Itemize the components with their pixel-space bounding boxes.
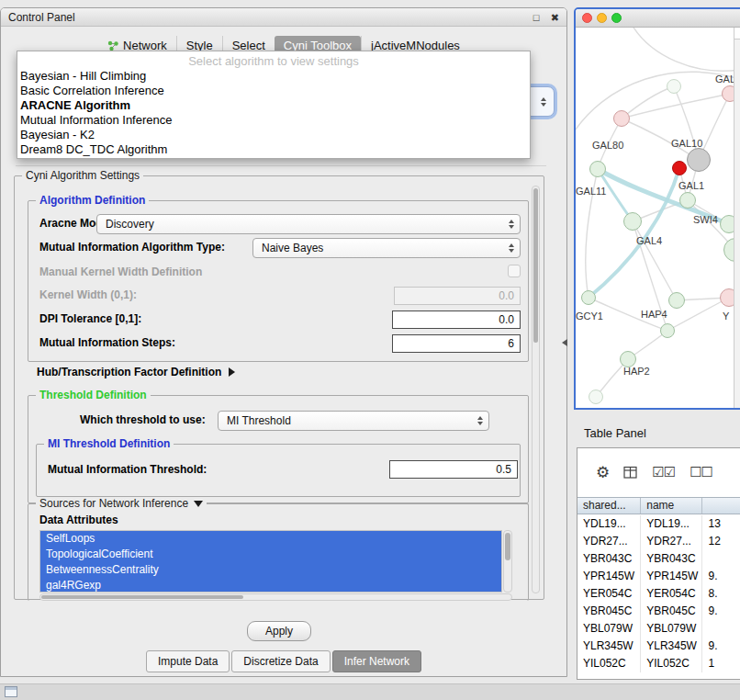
- mi-threshold-definition-group: MI Threshold Definition Mutual Informati…: [36, 444, 521, 497]
- network-node-gal4[interactable]: [623, 212, 642, 231]
- mi-threshold-input[interactable]: 0.5: [389, 460, 518, 479]
- table-row[interactable]: YDR27... YDR27... 12: [577, 533, 740, 550]
- cell[interactable]: YBR045C: [577, 603, 641, 620]
- close-traffic-light[interactable]: [582, 13, 592, 23]
- column-header-name[interactable]: name: [641, 498, 702, 514]
- node-label: GAL80: [592, 140, 623, 151]
- list-item[interactable]: TopologicalCoefficient: [40, 547, 501, 562]
- cell[interactable]: YDL19...: [641, 515, 702, 533]
- mi-steps-input[interactable]: 6: [392, 334, 521, 353]
- list-horizontal-scrollbar[interactable]: [39, 593, 512, 601]
- cell[interactable]: [702, 550, 740, 568]
- cell[interactable]: YDR27...: [641, 533, 702, 550]
- panel-splitter-arrow[interactable]: [562, 339, 567, 346]
- mi-type-combobox[interactable]: Naive Bayes: [252, 238, 521, 258]
- column-header-extra[interactable]: [702, 498, 740, 514]
- network-window-titlebar[interactable]: [576, 9, 740, 28]
- dropdown-item[interactable]: Basic Correlation Inference: [17, 84, 530, 98]
- network-vertical-scrollbar[interactable]: [734, 28, 740, 408]
- cell[interactable]: YBR043C: [577, 550, 641, 568]
- network-canvas[interactable]: GAL GAL80 GAL10 GAL11 GAL1 SWI4 GAL4 GCY…: [576, 28, 740, 408]
- table-row[interactable]: YPR145W YPR145W 9.: [577, 568, 740, 585]
- cell[interactable]: YPR145W: [577, 568, 641, 585]
- hub-definition-toggle[interactable]: Hub/Transcription Factor Definition: [37, 366, 235, 378]
- cell[interactable]: 8.: [702, 585, 740, 603]
- cell[interactable]: 1: [702, 655, 740, 672]
- zoom-traffic-light[interactable]: [611, 13, 622, 23]
- network-node-gal11[interactable]: [589, 161, 606, 177]
- mi-type-label: Mutual Information Algorithm Type:: [39, 241, 225, 254]
- dropdown-item[interactable]: Bayesian - Hill Climbing: [17, 69, 530, 84]
- table-row[interactable]: YIL052C YIL052C 1: [577, 655, 740, 672]
- deselect-all-checkboxes-icon[interactable]: ☐☐: [690, 464, 712, 480]
- cell[interactable]: [702, 620, 740, 638]
- cell[interactable]: YBL079W: [641, 620, 702, 638]
- network-node-hap4[interactable]: [660, 323, 675, 338]
- dropdown-item[interactable]: Bayesian - K2: [17, 128, 530, 142]
- columns-icon[interactable]: [623, 466, 637, 480]
- list-item[interactable]: SelfLoops: [40, 531, 501, 547]
- node-label: HAP2: [623, 366, 650, 377]
- cell[interactable]: YBR043C: [641, 550, 702, 568]
- mi-threshold-label: Mutual Information Threshold:: [48, 463, 207, 476]
- minimize-traffic-light[interactable]: [597, 13, 607, 23]
- manual-kernel-checkbox[interactable]: [508, 265, 521, 277]
- settings-scrollbar[interactable]: [532, 186, 540, 593]
- dropdown-item-selected[interactable]: ARACNE Algorithm: [17, 98, 530, 113]
- cell[interactable]: YLR345W: [577, 638, 641, 655]
- close-window-icon[interactable]: ✖: [551, 8, 559, 27]
- group-legend: MI Threshold Definition: [48, 437, 170, 450]
- cell[interactable]: YLR345W: [641, 638, 702, 655]
- cell[interactable]: 12: [702, 533, 740, 550]
- table-row[interactable]: YBR045C YBR045C 9.: [577, 603, 740, 620]
- tab-infer-network[interactable]: Infer Network: [332, 650, 421, 672]
- list-item[interactable]: gal4RGexp: [40, 578, 501, 593]
- table-row[interactable]: YBR043C YBR043C: [577, 550, 740, 568]
- table-row[interactable]: YLR345W YLR345W 9.: [577, 638, 740, 655]
- list-item[interactable]: BetweennessCentrality: [40, 562, 501, 578]
- tab-impute-data[interactable]: Impute Data: [146, 650, 230, 672]
- group-legend: Threshold Definition: [39, 389, 147, 401]
- network-node-gal1[interactable]: [679, 192, 696, 209]
- cell[interactable]: YBL079W: [577, 620, 641, 638]
- network-node[interactable]: [668, 292, 685, 309]
- gear-icon[interactable]: ⚙: [596, 463, 609, 482]
- network-node-red[interactable]: [672, 161, 687, 175]
- table-row[interactable]: YER054C YER054C 8.: [577, 585, 740, 603]
- cell[interactable]: YIL052C: [577, 655, 641, 672]
- select-all-checkboxes-icon[interactable]: ☑☑: [652, 464, 675, 480]
- cell[interactable]: YER054C: [577, 585, 641, 603]
- dropdown-item[interactable]: Mutual Information Inference: [17, 113, 530, 128]
- cell[interactable]: YDR27...: [577, 533, 641, 550]
- taskbar-window-icon[interactable]: [5, 686, 17, 697]
- network-node[interactable]: [667, 79, 681, 94]
- network-node-gcy1[interactable]: [581, 290, 596, 305]
- sources-toggle[interactable]: Sources for Network Inference: [36, 497, 207, 510]
- apply-button[interactable]: Apply: [247, 621, 311, 641]
- cell[interactable]: YBR045C: [641, 603, 702, 620]
- dropdown-item[interactable]: Dream8 DC_TDC Algorithm: [17, 142, 530, 157]
- cell[interactable]: YER054C: [641, 585, 702, 603]
- table-row[interactable]: YBL079W YBL079W: [577, 620, 740, 638]
- dpi-tolerance-input[interactable]: 0.0: [392, 310, 521, 329]
- cell[interactable]: 9.: [702, 603, 740, 620]
- aracne-mode-combobox[interactable]: Discovery: [96, 214, 521, 234]
- network-node-gal10[interactable]: [687, 148, 711, 172]
- cell[interactable]: 9.: [702, 638, 740, 655]
- tab-discretize-data[interactable]: Discretize Data: [231, 650, 330, 672]
- cell[interactable]: YDL19...: [577, 515, 641, 533]
- list-vertical-scrollbar[interactable]: [503, 530, 512, 593]
- chevron-down-icon: [194, 501, 203, 507]
- kernel-width-input[interactable]: 0.0: [394, 287, 521, 305]
- table-row[interactable]: YDL19... YDL19... 13: [577, 515, 740, 533]
- float-window-icon[interactable]: □: [533, 8, 540, 27]
- cell[interactable]: 9.: [702, 568, 740, 585]
- cell[interactable]: 13: [702, 515, 740, 533]
- control-panel-titlebar[interactable]: Control Panel □ ✖: [1, 8, 566, 27]
- network-node-gal80[interactable]: [613, 110, 630, 127]
- cell[interactable]: YPR145W: [641, 568, 702, 585]
- network-node[interactable]: [589, 390, 603, 404]
- cell[interactable]: YIL052C: [641, 655, 702, 672]
- which-threshold-combobox[interactable]: MI Threshold: [218, 411, 489, 431]
- column-header-shared[interactable]: shared...: [577, 498, 641, 514]
